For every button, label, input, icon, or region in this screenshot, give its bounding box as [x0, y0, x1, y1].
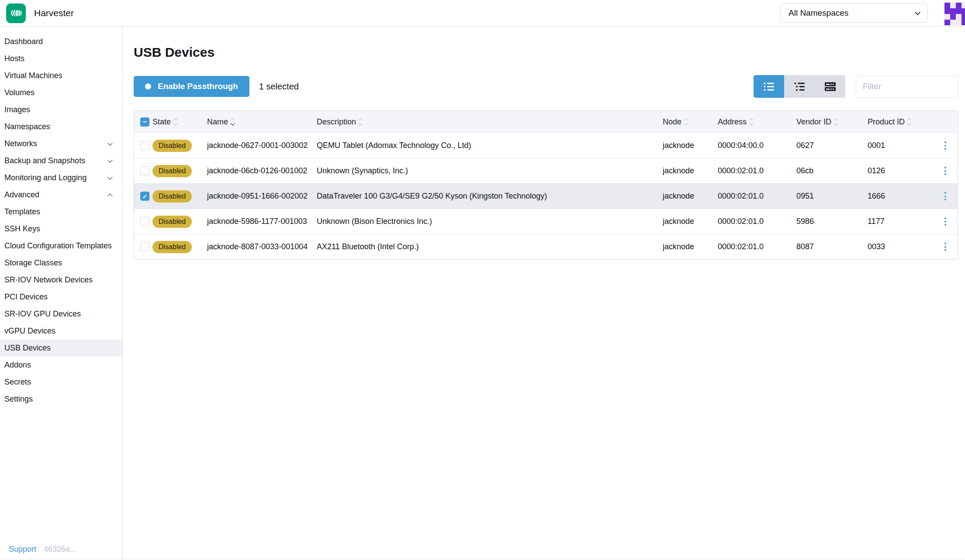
sidebar-item-addons[interactable]: Addons — [0, 357, 122, 374]
row-actions-kebab-icon[interactable] — [941, 240, 950, 254]
sidebar-item-label: Namespaces — [4, 122, 50, 131]
node-cell: jacknode — [663, 217, 718, 226]
sidebar-item-sr-iov-gpu-devices[interactable]: SR-IOV GPU Devices — [0, 306, 122, 323]
sidebar-item-vgpu-devices[interactable]: vGPU Devices — [0, 323, 122, 340]
sidebar-item-dashboard[interactable]: Dashboard — [0, 33, 122, 50]
flat-list-view-icon — [824, 82, 836, 92]
column-header-name[interactable]: Name — [207, 117, 317, 127]
sort-icon — [750, 119, 753, 125]
description-cell: AX211 Bluetooth (Intel Corp.) — [317, 242, 663, 251]
column-label: Vendor ID — [796, 117, 831, 127]
status-badge: Disabled — [152, 165, 192, 177]
flat-list-view-button[interactable] — [815, 75, 845, 98]
row-actions-kebab-icon[interactable] — [941, 215, 950, 228]
sidebar-item-monitoring-and-logging[interactable]: Monitoring and Logging — [0, 169, 122, 186]
address-cell: 0000:02:01.0 — [718, 166, 796, 175]
sidebar-item-ssh-keys[interactable]: SSH Keys — [0, 220, 122, 237]
sidebar-item-label: Advanced — [4, 190, 39, 199]
sidebar-item-volumes[interactable]: Volumes — [0, 84, 122, 101]
column-header-state[interactable]: State — [152, 117, 207, 127]
sidebar-item-sr-iov-network-devices[interactable]: SR-IOV Network Devices — [0, 271, 122, 289]
sidebar-item-templates[interactable]: Templates — [0, 203, 122, 220]
actions-cell — [933, 240, 958, 254]
row-actions-kebab-icon[interactable] — [941, 139, 950, 152]
node-cell: jacknode — [663, 166, 718, 175]
sidebar-item-settings[interactable]: Settings — [0, 391, 122, 408]
enable-passthrough-label: Enable Passthrough — [158, 82, 238, 91]
grouped-list-view-button[interactable] — [784, 75, 815, 98]
sidebar-chevron-icon — [107, 141, 112, 145]
row-actions-kebab-icon[interactable] — [941, 190, 950, 203]
avatar[interactable] — [944, 3, 965, 25]
product-id-cell: 0001 — [868, 141, 933, 150]
sidebar-item-storage-classes[interactable]: Storage Classes — [0, 254, 122, 271]
sidebar-item-label: SR-IOV Network Devices — [4, 275, 93, 285]
column-header-vendor-id[interactable]: Vendor ID — [796, 117, 868, 127]
actions-cell — [933, 190, 958, 203]
state-cell: Disabled — [152, 190, 207, 203]
status-badge: Disabled — [152, 140, 192, 152]
row-checkbox[interactable] — [140, 217, 149, 226]
table-row[interactable]: Disabled jacknode-06cb-0126-001002 Unkno… — [134, 158, 958, 183]
column-label: Description — [317, 117, 356, 127]
sidebar-item-label: Dashboard — [4, 37, 43, 46]
sidebar-chevron-icon — [107, 193, 112, 198]
table-row[interactable]: Disabled jacknode-8087-0033-001004 AX211… — [134, 234, 958, 259]
harvester-logo[interactable] — [6, 3, 26, 23]
product-id-cell: 0033 — [868, 242, 933, 251]
row-checkbox[interactable] — [140, 166, 149, 175]
table-row[interactable]: Disabled jacknode-5986-1177-001003 Unkno… — [134, 209, 958, 234]
version-text: 46326a... — [44, 545, 76, 554]
status-badge: Disabled — [152, 216, 192, 228]
column-header-description[interactable]: Description — [317, 117, 663, 127]
page-title: USB Devices — [134, 45, 958, 60]
main-content: USB Devices Enable Passthrough 1 selecte… — [123, 27, 965, 560]
sort-icon — [231, 119, 234, 125]
sidebar-item-label: Volumes — [4, 88, 35, 97]
sidebar-item-label: Settings — [4, 395, 33, 404]
sidebar-item-secrets[interactable]: Secrets — [0, 374, 122, 391]
column-header-product-id[interactable]: Product ID — [868, 117, 933, 127]
sidebar-item-advanced[interactable]: Advanced — [0, 186, 122, 203]
name-cell: jacknode-06cb-0126-001002 — [207, 166, 317, 175]
row-checkbox[interactable] — [140, 242, 149, 251]
list-view-button[interactable] — [754, 75, 784, 98]
row-actions-kebab-icon[interactable] — [941, 165, 950, 178]
actions-cell — [933, 215, 958, 228]
description-cell: DataTraveler 100 G3/G4/SE9 G2/50 Kyson (… — [317, 192, 663, 201]
sidebar-chevron-icon — [107, 158, 112, 162]
sidebar-item-networks[interactable]: Networks — [0, 135, 122, 152]
table-row[interactable]: Disabled jacknode-0627-0001-003002 QEMU … — [134, 133, 958, 158]
sidebar-item-hosts[interactable]: Hosts — [0, 50, 122, 67]
sidebar-item-label: SSH Keys — [4, 224, 40, 234]
table-row[interactable]: Disabled jacknode-0951-1666-002002 DataT… — [134, 183, 958, 209]
sidebar-item-cloud-configuration-templates[interactable]: Cloud Configuration Templates — [0, 237, 122, 254]
app-title: Harvester — [34, 8, 74, 18]
sidebar-chevron-icon — [107, 175, 112, 179]
row-checkbox[interactable] — [140, 141, 149, 150]
support-link[interactable]: Support — [9, 545, 36, 554]
sidebar-item-usb-devices[interactable]: USB Devices — [0, 340, 122, 357]
row-checkbox[interactable] — [140, 192, 149, 201]
row-checkbox-cell — [134, 217, 152, 226]
description-cell: Unknown (Bison Electronics Inc.) — [317, 217, 663, 226]
sidebar-item-virtual-machines[interactable]: Virtual Machines — [0, 67, 122, 84]
state-cell: Disabled — [152, 216, 207, 228]
column-header-node[interactable]: Node — [663, 117, 718, 127]
namespace-select[interactable]: All Namespaces — [780, 3, 928, 23]
filter-input[interactable] — [856, 76, 958, 98]
row-checkbox-cell — [134, 242, 152, 251]
sidebar-item-namespaces[interactable]: Namespaces — [0, 118, 122, 135]
name-cell: jacknode-5986-1177-001003 — [207, 217, 317, 226]
enable-passthrough-button[interactable]: Enable Passthrough — [134, 76, 249, 97]
sidebar-item-images[interactable]: Images — [0, 101, 122, 118]
sidebar-item-backup-and-snapshots[interactable]: Backup and Snapshots — [0, 152, 122, 169]
actions-cell — [933, 139, 958, 152]
sidebar-nav: Dashboard Hosts Virtual Machines Volumes… — [0, 27, 122, 408]
column-header-address[interactable]: Address — [718, 117, 796, 127]
sidebar-item-pci-devices[interactable]: PCI Devices — [0, 289, 122, 306]
vendor-id-cell: 0951 — [796, 192, 868, 201]
sort-icon — [685, 119, 688, 125]
state-cell: Disabled — [152, 165, 207, 177]
select-all-checkbox[interactable] — [140, 117, 149, 127]
